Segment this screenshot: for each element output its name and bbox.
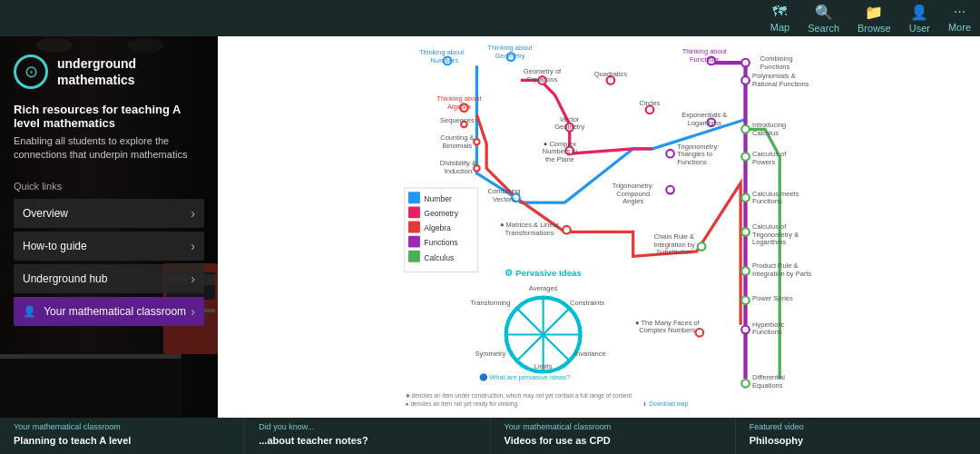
svg-text:Transforming: Transforming: [470, 299, 510, 307]
overview-nav[interactable]: Overview ›: [14, 199, 204, 228]
quick-links-label: Quick links: [14, 181, 204, 192]
logo-text: undergroundmathematics: [57, 55, 136, 88]
footer-item-2[interactable]: Did you know... ...about teacher notes?: [245, 418, 490, 454]
svg-text:Functions: Functions: [760, 63, 790, 71]
sidebar: ⊙ undergroundmathematics Rich resources …: [0, 0, 218, 418]
svg-rect-129: [408, 251, 420, 262]
user-label: User: [909, 23, 930, 34]
logo-area: ⊙ undergroundmathematics: [14, 54, 204, 89]
search-nav[interactable]: 🔍 Search: [808, 4, 839, 34]
classroom-icon: 👤: [23, 305, 36, 318]
header-nav: 🗺 Map 🔍 Search 📁 Browse 👤 User ··· More: [770, 4, 971, 34]
svg-text:Sequences: Sequences: [440, 116, 475, 124]
more-nav[interactable]: ··· More: [948, 4, 971, 33]
howto-nav[interactable]: How-to guide ›: [14, 232, 204, 261]
svg-point-87: [563, 226, 571, 234]
footer-label-4: Featured video: [750, 422, 966, 431]
svg-text:Quadratics: Quadratics: [594, 70, 628, 78]
howto-label: How-to guide: [23, 240, 87, 252]
svg-rect-121: [408, 192, 420, 203]
svg-text:⬇ Download map: ⬇ Download map: [642, 400, 688, 408]
svg-point-111: [741, 326, 750, 334]
svg-text:Functions: Functions: [690, 55, 720, 64]
svg-text:Powers: Powers: [752, 158, 775, 166]
svg-point-41: [741, 76, 750, 84]
hub-arrow: ›: [191, 271, 195, 286]
svg-text:Induction: Induction: [445, 167, 473, 175]
logo-icon: ⊙: [14, 54, 48, 89]
svg-text:Equations: Equations: [527, 75, 558, 84]
svg-point-57: [474, 139, 479, 144]
footer-item-1[interactable]: Your mathematical classroom Planning to …: [0, 418, 245, 454]
howto-arrow: ›: [191, 239, 195, 253]
footer: Your mathematical classroom Planning to …: [0, 418, 980, 454]
svg-text:Geometry: Geometry: [554, 123, 584, 131]
svg-text:Calculus: Calculus: [424, 253, 454, 262]
footer-title-2: ...about teacher notes?: [259, 435, 368, 446]
footer-item-4[interactable]: Featured video Philosophy: [736, 418, 980, 454]
svg-point-74: [741, 153, 750, 161]
svg-text:⚙ Pervasive Ideas: ⚙ Pervasive Ideas: [505, 268, 581, 278]
overview-label: Overview: [23, 207, 68, 220]
hub-label: Underground hub: [23, 272, 107, 285]
svg-text:Logarithms: Logarithms: [752, 238, 786, 246]
svg-text:Power Series: Power Series: [752, 294, 793, 302]
svg-point-114: [696, 329, 704, 337]
svg-text:Equations: Equations: [752, 381, 783, 390]
footer-title-1: Planning to teach A level: [14, 435, 131, 446]
svg-text:Invariance: Invariance: [574, 350, 606, 358]
tagline-sub: Enabling all students to explore the con…: [14, 134, 204, 163]
svg-text:Constraints: Constraints: [570, 299, 604, 307]
svg-text:the Plane: the Plane: [545, 155, 574, 163]
svg-text:Number: Number: [424, 194, 452, 203]
svg-text:Functions: Functions: [752, 197, 782, 205]
svg-text:Averages: Averages: [529, 284, 558, 292]
svg-text:Limits: Limits: [534, 362, 553, 370]
svg-text:Functions: Functions: [424, 238, 457, 247]
map-label: Map: [770, 22, 789, 33]
hub-nav[interactable]: Underground hub ›: [14, 264, 204, 293]
header: 🗺 Map 🔍 Search 📁 Browse 👤 User ··· More: [0, 0, 980, 36]
svg-text:Vectors: Vectors: [493, 195, 515, 203]
svg-point-94: [698, 242, 706, 251]
classroom-label: Your mathematical classroom: [44, 305, 186, 318]
svg-point-101: [741, 296, 750, 304]
map-svg: Thinking about Numbers Thinking about Ge…: [218, 36, 980, 418]
more-icon: ···: [954, 4, 965, 20]
browse-label: Browse: [858, 23, 891, 34]
svg-text:Numbers: Numbers: [431, 56, 459, 64]
svg-rect-123: [408, 206, 420, 218]
classroom-arrow: ›: [191, 304, 195, 319]
footer-item-3[interactable]: Your mathematical classroom Videos for u…: [491, 418, 736, 454]
classroom-nav[interactable]: 👤 Your mathematical classroom ›: [14, 297, 204, 326]
user-nav[interactable]: 👤 User: [909, 4, 930, 34]
svg-text:✱ denotes an item under constr: ✱ denotes an item under construction, wh…: [406, 392, 633, 400]
map-nav[interactable]: 🗺 Map: [770, 4, 789, 33]
classroom-content: 👤 Your mathematical classroom: [23, 305, 186, 318]
svg-point-90: [741, 228, 750, 236]
svg-text:Calculus: Calculus: [752, 129, 779, 137]
svg-point-54: [741, 125, 750, 133]
svg-text:Algebra: Algebra: [424, 223, 451, 232]
svg-text:Geometry: Geometry: [424, 209, 458, 218]
footer-label-1: Your mathematical classroom: [14, 422, 230, 431]
svg-text:Angles: Angles: [622, 197, 643, 205]
search-label: Search: [808, 23, 839, 34]
footer-label-3: Your mathematical classroom: [505, 422, 721, 431]
svg-text:Binomials: Binomials: [443, 142, 473, 150]
more-label: More: [948, 22, 971, 33]
overview-arrow: ›: [191, 206, 195, 221]
svg-text:Integration by Parts: Integration by Parts: [752, 270, 811, 278]
browse-icon: 📁: [865, 4, 883, 21]
search-icon: 🔍: [815, 4, 833, 21]
svg-text:● denotes an item not yet read: ● denotes an item not yet ready for view…: [406, 400, 519, 408]
svg-point-80: [666, 186, 674, 194]
svg-text:Substitution: Substitution: [656, 248, 691, 256]
map-container: Thinking about Numbers Thinking about Ge…: [218, 36, 980, 418]
browse-nav[interactable]: 📁 Browse: [858, 4, 891, 34]
tagline: Rich resources for teaching A level math…: [14, 103, 204, 130]
user-icon: 👤: [910, 4, 928, 21]
footer-label-2: Did you know...: [259, 422, 475, 431]
svg-text:🔵 What are pervasive ideas?: 🔵 What are pervasive ideas?: [479, 373, 570, 381]
svg-point-98: [741, 267, 750, 275]
